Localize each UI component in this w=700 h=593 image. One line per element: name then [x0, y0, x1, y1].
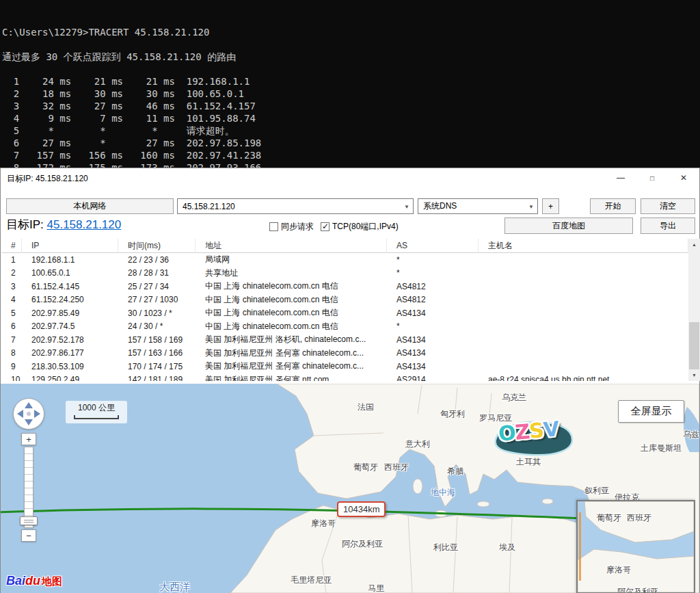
sync-checkbox[interactable]: 同步请求: [269, 221, 314, 233]
watermark-letter: O: [498, 421, 516, 446]
scroll-down-button[interactable]: ▼: [688, 369, 700, 381]
map-label: 叙利亚: [584, 485, 609, 497]
pan-right-icon[interactable]: [34, 410, 40, 418]
table-cell: 4: [1, 295, 22, 304]
start-button[interactable]: 开始: [590, 198, 636, 214]
table-cell: 中国 上海 chinatelecom.com.cn 电信: [196, 294, 387, 306]
table-cell: 170 / 174 / 175: [118, 362, 196, 371]
column-header[interactable]: 时间(ms): [118, 239, 196, 253]
table-cell: 202.97.74.5: [22, 321, 118, 331]
map-label: 土库曼斯坦: [641, 443, 682, 454]
titlebar[interactable]: 目标IP: 45.158.21.120 — □ ✕: [1, 168, 699, 187]
table-cell: 27 / 27 / 1030: [118, 295, 196, 304]
dns-combobox[interactable]: 系统DNS ▼: [418, 198, 538, 214]
add-target-button[interactable]: +: [542, 198, 559, 214]
map-label: 乌兹别克斯坦: [683, 429, 699, 440]
tcp-checkbox[interactable]: TCP(80端口,IPv4): [321, 221, 399, 233]
map[interactable]: 乌克兰法国匈牙利罗马尼亚乌兹别克斯坦土库曼斯坦意大利土耳其葡萄牙西班牙希腊地中海…: [1, 384, 699, 593]
table-cell: 24 / 30 / *: [118, 321, 196, 331]
scale-text: 1000 公里: [66, 402, 127, 414]
compass-control[interactable]: [13, 398, 44, 430]
pan-up-icon[interactable]: [25, 402, 33, 408]
inset-minimap[interactable]: 葡萄牙西班牙摩洛哥阿尔及利亚: [576, 500, 695, 593]
table-row[interactable]: 461.152.24.25027 / 27 / 1030中国 上海 chinat…: [1, 293, 688, 307]
map-label: 土耳其: [516, 456, 541, 468]
pan-left-icon[interactable]: [17, 410, 23, 418]
map-label: 西班牙: [627, 512, 651, 524]
scrollbar-thumb[interactable]: [689, 322, 699, 369]
pan-down-icon[interactable]: [25, 419, 33, 425]
maximize-button[interactable]: □: [636, 168, 668, 187]
sync-checkbox-label: 同步请求: [281, 221, 314, 233]
map-label: 地中海: [431, 487, 455, 499]
terminal-line: 7 157 ms 156 ms 160 ms 202.97.41.238: [2, 149, 700, 161]
table-cell: 7: [1, 335, 22, 345]
table-cell: 中国 上海 chinatelecom.com.cn 电信: [196, 307, 387, 319]
table-scrollbar[interactable]: ▲ ▼: [688, 239, 700, 381]
table-cell: 共享地址: [196, 267, 387, 279]
table-row[interactable]: 361.152.4.14525 / 27 / 34中国 上海 chinatele…: [1, 280, 688, 293]
column-header[interactable]: 主机名: [479, 239, 688, 253]
export-button[interactable]: 导出: [641, 218, 695, 234]
dns-value: 系统DNS: [423, 200, 457, 212]
zoom-in-button[interactable]: +: [21, 433, 36, 445]
table-cell: AS4134: [387, 362, 479, 371]
table-row[interactable]: 7202.97.52.178157 / 158 / 169美国 加利福尼亚州 洛…: [1, 333, 688, 347]
column-header[interactable]: 地址: [196, 239, 387, 253]
table-row[interactable]: 2100.65.0.128 / 28 / 31共享地址*: [1, 267, 688, 280]
fullscreen-button[interactable]: 全屏显示: [618, 400, 684, 423]
table-row[interactable]: 10129.250.2.49142 / 181 / 189美国 加利福尼亚州 圣…: [1, 373, 688, 382]
map-label: 希腊: [447, 466, 463, 477]
table-cell: 192.168.1.1: [22, 255, 118, 265]
terminal-line: 4 9 ms 7 ms 11 ms 101.95.88.74: [2, 112, 700, 124]
table-row[interactable]: 5202.97.85.4930 / 1023 / *中国 上海 chinatel…: [1, 306, 688, 320]
column-header[interactable]: #: [1, 239, 22, 253]
maximize-icon: □: [650, 174, 654, 182]
table-cell: 8: [1, 348, 22, 358]
zoom-slider-handle[interactable]: [20, 516, 38, 525]
table-cell: *: [387, 268, 479, 278]
trace-table-body: 1192.168.1.122 / 23 / 36局域网*2100.65.0.12…: [1, 253, 688, 381]
table-cell: 9: [1, 362, 22, 371]
table-cell: AS4134: [387, 335, 479, 345]
target-ip-link[interactable]: 45.158.21.120: [47, 218, 122, 231]
map-label: 阿尔及利亚: [617, 586, 658, 593]
column-header[interactable]: AS: [387, 239, 479, 253]
clear-button[interactable]: 清空: [641, 198, 695, 214]
scroll-up-button[interactable]: ▲: [688, 239, 700, 250]
local-network-button[interactable]: 本机网络: [6, 198, 174, 214]
map-label: 法国: [358, 401, 374, 413]
map-label: 毛里塔尼亚: [291, 575, 332, 586]
terminal-window: C:\Users\12279>TRACERT 45.158.21.120 通过最…: [0, 0, 700, 168]
table-row[interactable]: 9218.30.53.109170 / 174 / 175美国 加利福尼亚州 圣…: [1, 360, 688, 373]
table-cell: *: [387, 255, 479, 265]
map-label: 匈牙利: [440, 408, 465, 420]
table-row[interactable]: 1192.168.1.122 / 23 / 36局域网*: [1, 253, 688, 267]
table-cell: 10: [1, 375, 22, 381]
table-cell: 22 / 23 / 36: [118, 255, 196, 265]
table-cell: 30 / 1023 / *: [118, 308, 196, 318]
terminal-line: 1 24 ms 21 ms 21 ms 192.168.1.1: [2, 75, 700, 88]
terminal-line: 2 18 ms 30 ms 30 ms 100.65.0.1: [2, 88, 700, 100]
app-window: 目标IP: 45.158.21.120 — □ ✕ 本机网络 45.158.21…: [0, 168, 700, 593]
table-row[interactable]: 8202.97.86.177157 / 163 / 166美国 加利福尼亚州 圣…: [1, 347, 688, 360]
table-cell: 5: [1, 308, 22, 318]
table-cell: AS4812: [387, 282, 479, 291]
close-button[interactable]: ✕: [668, 168, 699, 187]
table-cell: AS4134: [387, 348, 479, 358]
table-cell: 157 / 163 / 166: [118, 348, 196, 358]
baidu-map-button[interactable]: 百度地图: [504, 218, 633, 234]
table-cell: 202.97.86.177: [22, 348, 118, 358]
column-header[interactable]: IP: [22, 239, 118, 253]
table-cell: 202.97.52.178: [22, 335, 118, 345]
table-cell: 61.152.24.250: [22, 295, 118, 304]
trace-table-header: #IP时间(ms)地址AS主机名: [1, 239, 688, 253]
minimize-button[interactable]: —: [605, 168, 636, 187]
target-ip-combobox[interactable]: 45.158.21.120 ▼: [177, 198, 414, 214]
table-row[interactable]: 6202.97.74.524 / 30 / *中国 上海 chinateleco…: [1, 320, 688, 334]
zoom-out-button[interactable]: −: [21, 529, 36, 542]
chevron-down-icon: ▼: [528, 204, 534, 210]
watermark-letter: V: [542, 417, 559, 442]
target-ip-value: 45.158.21.120: [183, 202, 235, 211]
map-scale: 1000 公里: [66, 401, 127, 423]
